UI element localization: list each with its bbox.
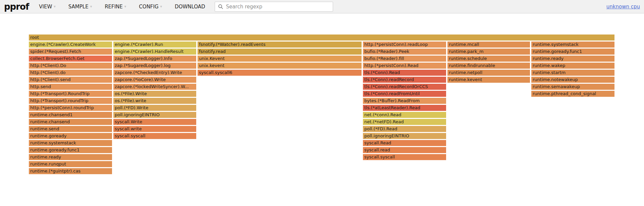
- flame-cell[interactable]: runtime.ready: [531, 56, 614, 62]
- flame-cell[interactable]: zap.(*SugaredLogger).Info: [113, 56, 196, 62]
- flame-cell[interactable]: runtime.systemstack: [29, 140, 112, 146]
- flame-cell[interactable]: tls.(*Conn).readFromUntil: [363, 91, 446, 97]
- flame-cell[interactable]: runtime.findrunnable: [447, 63, 530, 69]
- flame-cell[interactable]: fsnotify.(*Watcher).readEvents: [198, 42, 362, 48]
- flame-cell[interactable]: syscall.Read: [363, 140, 446, 146]
- menu-config[interactable]: CONFIG▾: [139, 4, 162, 10]
- pprof-page: pprof VIEW▾SAMPLE▾REFINE▾CONFIG▾DOWNLOAD…: [0, 0, 644, 206]
- flame-cell-root[interactable]: root: [29, 35, 614, 41]
- flame-cell[interactable]: fsnotify.read: [198, 49, 362, 55]
- flame-cell[interactable]: bufio.(*Reader).Peek: [363, 49, 446, 55]
- flame-cell[interactable]: runtime.goready.func1: [29, 147, 112, 153]
- flame-cell[interactable]: runtime.goready.func1: [531, 49, 614, 55]
- flame-cell[interactable]: runtime.netpoll: [447, 70, 530, 76]
- menu-label: REFINE: [105, 4, 123, 10]
- flame-cell[interactable]: poll.ignoringEINTRIO: [363, 133, 446, 139]
- app-logo: pprof: [4, 2, 29, 12]
- flame-cell[interactable]: collect.BrowserFetch.Get: [29, 56, 112, 62]
- toolbar: pprof VIEW▾SAMPLE▾REFINE▾CONFIG▾DOWNLOAD…: [0, 0, 644, 13]
- flame-cell[interactable]: syscall.read: [363, 147, 446, 153]
- flame-cell[interactable]: runtime.send: [29, 126, 112, 132]
- flame-cell[interactable]: runtime.pthread_cond_signal: [531, 91, 614, 97]
- flame-cell[interactable]: poll.(*FD).Read: [363, 126, 446, 132]
- search-box[interactable]: [215, 2, 333, 12]
- flame-cell[interactable]: syscall.write: [113, 126, 196, 132]
- flamegraph: rootengine.(*Crawler).CreateWorkspider.(…: [0, 14, 644, 206]
- flame-cell[interactable]: syscall.syscall: [363, 154, 446, 160]
- flame-cell[interactable]: http.(*Transport).RoundTrip: [29, 91, 112, 97]
- flame-cell[interactable]: zapcore.(*lockedWriteSyncer).W...: [113, 84, 196, 90]
- flame-cell[interactable]: runtime.semawakeup: [531, 84, 614, 90]
- menu-label: VIEW: [39, 4, 52, 10]
- flame-cell[interactable]: bytes.(*Buffer).ReadFrom: [363, 98, 446, 104]
- search-icon: [218, 4, 223, 9]
- flame-cell[interactable]: bufio.(*Reader).fill: [363, 56, 446, 62]
- flame-cell[interactable]: http.send: [29, 84, 112, 90]
- flame-cell[interactable]: runtime.mcall: [447, 42, 530, 48]
- chevron-down-icon: ▾: [160, 4, 162, 9]
- flame-cell[interactable]: runtime.ready: [29, 154, 112, 160]
- flame-cell[interactable]: http.(*Client).do: [29, 70, 112, 76]
- flame-cell[interactable]: runtime.systemstack: [531, 42, 614, 48]
- flame-cell[interactable]: runtime.kevent: [447, 77, 530, 83]
- flame-cell[interactable]: http.(*persistConn).Read: [363, 63, 446, 69]
- flame-cell[interactable]: runtime.runqput: [29, 161, 112, 167]
- flame-cell[interactable]: tls.(*Conn).readRecordOrCCS: [363, 84, 446, 90]
- flame-cell[interactable]: unix.kevent: [198, 63, 362, 69]
- menu-label: CONFIG: [139, 4, 158, 10]
- flame-cell[interactable]: http.(*persistConn).readLoop: [363, 42, 446, 48]
- menu-label: SAMPLE: [68, 4, 89, 10]
- flame-cell[interactable]: http.(*Transport).roundTrip: [29, 98, 112, 104]
- flame-cell[interactable]: engine.(*Crawler).Run: [113, 42, 196, 48]
- flame-cell[interactable]: runtime.park_m: [447, 49, 530, 55]
- flame-cell[interactable]: unix.Kevent: [198, 56, 362, 62]
- flame-cell[interactable]: net.(*netFD).Read: [363, 119, 446, 125]
- flame-cell[interactable]: runtime.(*guintptr).cas: [29, 168, 112, 174]
- chevron-down-icon: ▾: [124, 4, 126, 9]
- flame-cell[interactable]: engine.(*Crawler).HandleResult: [113, 49, 196, 55]
- flame-cell[interactable]: zap.(*SugaredLogger).log: [113, 63, 196, 69]
- menu-refine[interactable]: REFINE▾: [105, 4, 126, 10]
- flame-cell[interactable]: engine.(*Crawler).CreateWork: [29, 42, 112, 48]
- menu-view[interactable]: VIEW▾: [39, 4, 56, 10]
- cpu-info-link[interactable]: unknown cpu: [606, 4, 640, 10]
- flame-cell[interactable]: syscall.Write: [113, 119, 196, 125]
- flame-cell[interactable]: os.(*File).write: [113, 98, 196, 104]
- flame-cell[interactable]: http.(*Client).Do: [29, 63, 112, 69]
- flame-cell[interactable]: runtime.chansend: [29, 119, 112, 125]
- flame-cell[interactable]: runtime.notewakeup: [531, 77, 614, 83]
- flame-cell[interactable]: runtime.wakep: [531, 63, 614, 69]
- flame-cell[interactable]: tls.(*Conn).Read: [363, 70, 446, 76]
- menu-bar: VIEW▾SAMPLE▾REFINE▾CONFIG▾DOWNLOAD: [39, 4, 205, 10]
- flame-cell[interactable]: runtime.goready: [29, 133, 112, 139]
- flame-cell[interactable]: syscall.syscall: [113, 133, 196, 139]
- flame-cell[interactable]: zapcore.(*CheckedEntry).Write: [113, 70, 196, 76]
- flame-cell[interactable]: tls.(*atLeastReader).Read: [363, 105, 446, 111]
- flame-cell[interactable]: net.(*conn).Read: [363, 112, 446, 118]
- flame-cell[interactable]: http.(*persistConn).roundTrip: [29, 105, 112, 111]
- chevron-down-icon: ▾: [90, 4, 92, 9]
- flame-cell[interactable]: spider.(*Request).Fetch: [29, 49, 112, 55]
- flame-cell[interactable]: syscall.syscall6: [198, 70, 362, 76]
- flame-cell[interactable]: poll.ignoringEINTRIO: [113, 112, 196, 118]
- flame-cell[interactable]: runtime.chansend1: [29, 112, 112, 118]
- flame-cell[interactable]: tls.(*Conn).readRecord: [363, 77, 446, 83]
- menu-label: DOWNLOAD: [175, 4, 205, 10]
- flame-cell[interactable]: runtime.startm: [531, 70, 614, 76]
- flame-cell[interactable]: runtime.schedule: [447, 56, 530, 62]
- chevron-down-icon: ▾: [54, 4, 56, 9]
- flame-cell[interactable]: poll.(*FD).Write: [113, 105, 196, 111]
- flame-cell[interactable]: os.(*File).Write: [113, 91, 196, 97]
- menu-download[interactable]: DOWNLOAD: [175, 4, 205, 10]
- flame-cell[interactable]: zapcore.(*ioCore).Write: [113, 77, 196, 83]
- flame-cell[interactable]: http.(*Client).send: [29, 77, 112, 83]
- menu-sample[interactable]: SAMPLE▾: [68, 4, 92, 10]
- search-input[interactable]: [226, 4, 327, 10]
